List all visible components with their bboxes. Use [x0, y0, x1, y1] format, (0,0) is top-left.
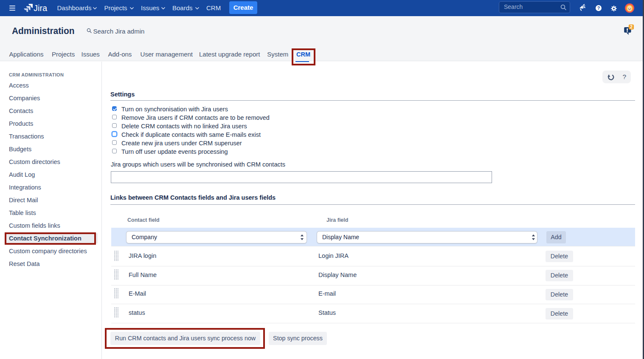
svg-text:?: ?: [597, 6, 600, 11]
svg-text:2: 2: [630, 24, 633, 29]
